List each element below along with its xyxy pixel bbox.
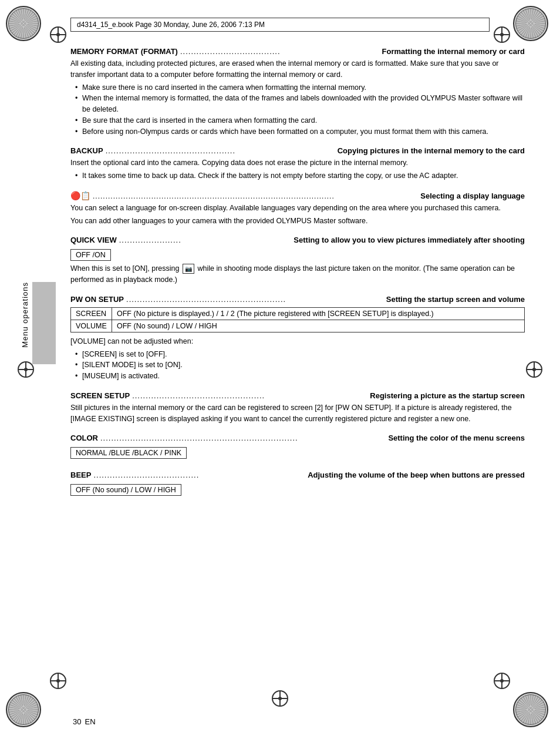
memory-format-bullet-1: Make sure there is no card inserted in t… — [77, 82, 525, 93]
quick-view-title-line: QUICK VIEW ....................... Setti… — [70, 236, 525, 244]
color-options: NORMAL /BLUE /BLACK / PINK — [70, 447, 187, 459]
main-content: MEMORY FORMAT (FORMAT) .................… — [70, 47, 525, 680]
side-label: Menu operations — [21, 282, 29, 348]
crosshair-top-left — [50, 26, 66, 43]
pw-on-setup-right: Setting the startup screen and volume — [386, 295, 525, 304]
section-beep: BEEP ...................................… — [70, 471, 525, 498]
backup-title: BACKUP — [70, 146, 103, 155]
quick-view-desc: When this is set to [ON], pressing 📷 whi… — [70, 263, 525, 285]
memory-format-desc: All existing data, including protected p… — [70, 58, 525, 80]
pw-on-setup-title: PW ON SETUP — [70, 295, 124, 304]
language-right: Selecting a display language — [420, 192, 525, 200]
pw-on-setup-bullet-2: [SILENT MODE] is set to [ON]. — [77, 360, 525, 371]
memory-format-bullet-2: When the internal memory is formatted, t… — [77, 93, 525, 115]
corner-decoration-bottom-left — [6, 692, 47, 733]
screen-label: SCREEN — [71, 307, 112, 320]
crosshair-bottom-center — [272, 690, 288, 707]
pw-on-setup-note: [VOLUME] can not be adjusted when: — [70, 336, 525, 347]
quick-view-options-text: OFF /ON — [76, 251, 106, 259]
backup-right: Copying pictures in the internal memory … — [338, 146, 525, 155]
screen-setup-title: SCREEN SETUP — [70, 391, 130, 400]
beep-options: OFF (No sound) / LOW / HIGH — [70, 484, 181, 496]
section-memory-format: MEMORY FORMAT (FORMAT) .................… — [70, 47, 525, 137]
screen-value: OFF (No picture is displayed.) / 1 / 2 (… — [112, 307, 525, 320]
camera-icon: 📷 — [183, 264, 194, 274]
backup-bullets: It takes some time to back up data. Chec… — [77, 170, 525, 182]
volume-value: OFF (No sound) / LOW / HIGH — [112, 320, 525, 332]
memory-format-bullets: Make sure there is no card inserted in t… — [77, 82, 525, 137]
quick-view-right: Setting to allow you to view pictures im… — [294, 236, 525, 244]
top-bar: d4314_15_e.book Page 30 Monday, June 26,… — [70, 18, 490, 32]
color-title-line: COLOR ..................................… — [70, 434, 525, 442]
top-bar-text: d4314_15_e.book Page 30 Monday, June 26,… — [77, 21, 265, 29]
pw-on-setup-bullet-3: [MUSEUM] is activated. — [77, 371, 525, 382]
screen-setup-right: Registering a picture as the startup scr… — [370, 391, 525, 400]
memory-format-bullet-4: Before using non-Olympus cards or cards … — [77, 126, 525, 137]
quick-view-title: QUICK VIEW — [70, 236, 117, 244]
backup-desc: Insert the optional card into the camera… — [70, 157, 525, 169]
memory-format-right: Formatting the internal memory or card — [382, 47, 525, 56]
section-quick-view: QUICK VIEW ....................... Setti… — [70, 236, 525, 285]
pw-on-setup-table: SCREEN OFF (No picture is displayed.) / … — [70, 307, 525, 332]
language-icon: 🔴📋 — [70, 191, 90, 200]
crosshair-top-right — [494, 26, 510, 43]
language-title-line: 🔴📋 .....................................… — [70, 191, 525, 200]
color-title: COLOR — [70, 434, 98, 442]
color-options-text: NORMAL /BLUE /BLACK / PINK — [76, 449, 181, 457]
quick-view-dots: ....................... — [119, 236, 292, 244]
screen-setup-desc: Still pictures in the internal memory or… — [70, 402, 525, 425]
section-language: 🔴📋 .....................................… — [70, 191, 525, 227]
screen-setup-title-line: SCREEN SETUP ...........................… — [70, 391, 525, 400]
pw-on-setup-bullets: [SCREEN] is set to [OFF]. [SILENT MODE] … — [77, 349, 525, 382]
beep-title-line: BEEP ...................................… — [70, 471, 525, 479]
beep-dots: ....................................... — [93, 471, 305, 479]
screen-setup-dots: ........................................… — [132, 391, 367, 400]
memory-format-title-line: MEMORY FORMAT (FORMAT) .................… — [70, 47, 525, 56]
backup-title-line: BACKUP .................................… — [70, 146, 525, 155]
corner-decoration-bottom-right — [513, 692, 554, 733]
crosshair-mid-left — [18, 361, 34, 378]
beep-options-text: OFF (No sound) / LOW / HIGH — [76, 486, 176, 494]
pw-on-setup-dots: ........................................… — [126, 295, 384, 304]
volume-label: VOLUME — [71, 320, 112, 332]
table-row-screen: SCREEN OFF (No picture is displayed.) / … — [71, 307, 525, 320]
page-num: 30 — [73, 717, 81, 726]
corner-decoration-top-right — [513, 6, 554, 47]
section-backup: BACKUP .................................… — [70, 146, 525, 182]
table-row-volume: VOLUME OFF (No sound) / LOW / HIGH — [71, 320, 525, 332]
crosshair-bottom-left — [50, 673, 66, 689]
section-screen-setup: SCREEN SETUP ...........................… — [70, 391, 525, 425]
memory-format-title: MEMORY FORMAT (FORMAT) — [70, 47, 178, 56]
quick-view-options: OFF /ON — [70, 249, 111, 261]
beep-right: Adjusting the volume of the beep when bu… — [308, 471, 525, 479]
backup-dots: ........................................… — [106, 146, 335, 155]
memory-format-dots: ..................................... — [180, 47, 380, 56]
language-desc2: You can add other languages to your came… — [70, 216, 525, 227]
section-pw-on-setup: PW ON SETUP ............................… — [70, 295, 525, 382]
crosshair-mid-right — [526, 361, 542, 378]
page-lang: EN — [85, 717, 95, 726]
side-tab — [32, 282, 56, 364]
beep-title: BEEP — [70, 471, 91, 479]
page-number: 30EN — [70, 715, 96, 727]
pw-on-setup-bullet-1: [SCREEN] is set to [OFF]. — [77, 349, 525, 360]
backup-bullet-1: It takes some time to back up data. Chec… — [77, 170, 525, 182]
language-dots: ........................................… — [93, 192, 418, 200]
corner-decoration-top-left — [6, 6, 47, 47]
color-dots: ........................................… — [100, 434, 386, 442]
color-right: Setting the color of the menu screens — [388, 434, 525, 442]
memory-format-bullet-3: Be sure that the card is inserted in the… — [77, 115, 525, 126]
section-color: COLOR ..................................… — [70, 434, 525, 461]
language-desc1: You can select a language for on-screen … — [70, 203, 525, 214]
pw-on-setup-title-line: PW ON SETUP ............................… — [70, 295, 525, 304]
